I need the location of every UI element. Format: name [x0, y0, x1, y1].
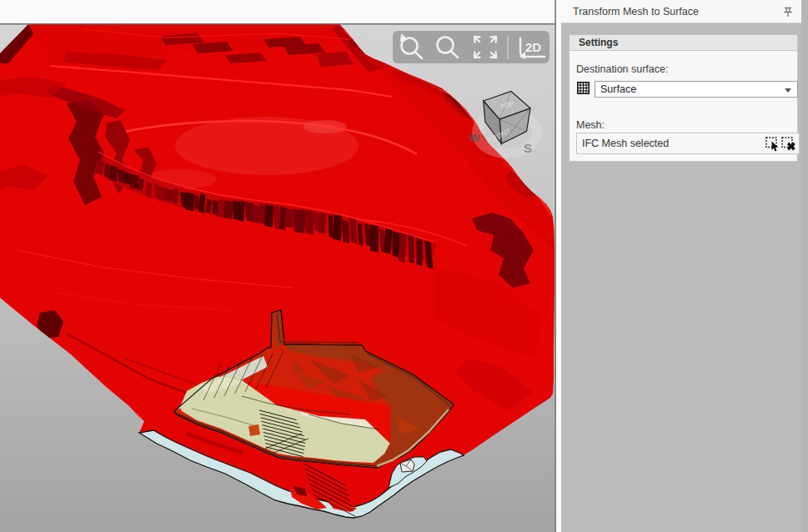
svg-text:S: S	[524, 141, 532, 155]
svg-text:2D: 2D	[525, 40, 541, 54]
svg-text:W: W	[469, 132, 480, 144]
